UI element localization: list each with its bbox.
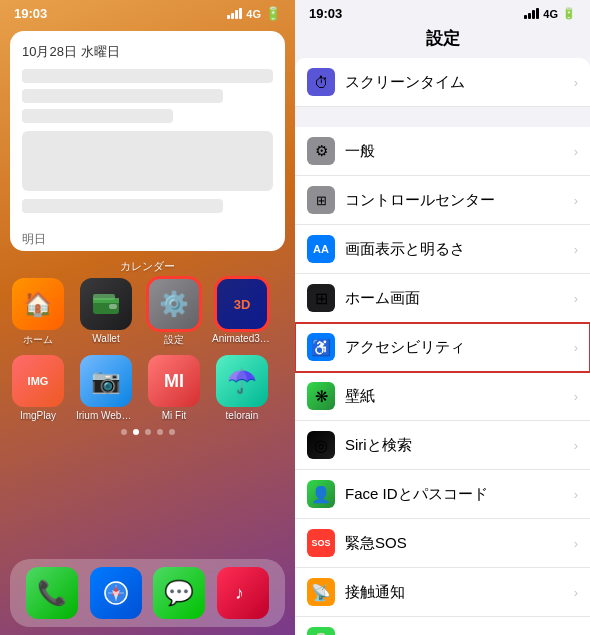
battery-icon-left: 🔋 bbox=[265, 6, 281, 21]
settings-group-1: ⏱ スクリーンタイム › bbox=[295, 58, 590, 107]
settings-item-display[interactable]: AA 画面表示と明るさ › bbox=[295, 225, 590, 274]
imgplay-icon[interactable]: IMG bbox=[12, 355, 64, 407]
signal-bars-right bbox=[524, 8, 539, 19]
calendar-widget: 10月28日 水曜日 明日 bbox=[10, 31, 285, 251]
settings-item-siri[interactable]: ◎ Siriと検索 › bbox=[295, 421, 590, 470]
status-icons-left: 4G 🔋 bbox=[227, 6, 281, 21]
dot-5 bbox=[169, 429, 175, 435]
wallpaper-text: 壁紙 bbox=[345, 387, 570, 406]
status-bar-right: 19:03 4G 🔋 bbox=[295, 0, 590, 23]
tomorrow-label: 明日 bbox=[22, 231, 273, 248]
app-imgplay[interactable]: IMG ImgPlay bbox=[8, 355, 68, 421]
siri-text: Siriと検索 bbox=[345, 436, 570, 455]
app-settings[interactable]: ⚙️ 設定 bbox=[144, 278, 204, 347]
telorain-label: telorain bbox=[226, 410, 259, 421]
dock-messages-icon[interactable]: 💬 bbox=[153, 567, 205, 619]
home-screen-panel: 19:03 4G 🔋 10月28日 水曜日 明日 カレンダー 🏠 ホーム bbox=[0, 0, 295, 635]
settings-item-wallpaper[interactable]: ❋ 壁紙 › bbox=[295, 372, 590, 421]
display-icon: AA bbox=[307, 235, 335, 263]
page-dots bbox=[0, 429, 295, 435]
app-telorain[interactable]: ☂️ telorain bbox=[212, 355, 272, 421]
battery-icon-right: 🔋 bbox=[562, 7, 576, 20]
app-mifit[interactable]: MI Mi Fit bbox=[144, 355, 204, 421]
mifit-icon[interactable]: MI bbox=[148, 355, 200, 407]
widget-date: 10月28日 水曜日 bbox=[22, 43, 273, 61]
general-text: 一般 bbox=[345, 142, 570, 161]
home-screen-icon: ⊞ bbox=[307, 284, 335, 312]
home-icon[interactable]: 🏠 bbox=[12, 278, 64, 330]
screen-time-icon: ⏱ bbox=[307, 68, 335, 96]
telorain-icon[interactable]: ☂️ bbox=[216, 355, 268, 407]
app-wallet[interactable]: Wallet bbox=[76, 278, 136, 347]
siri-chevron: › bbox=[574, 438, 578, 453]
settings-item-accessibility[interactable]: ♿ アクセシビリティ › bbox=[295, 323, 590, 372]
contact-text: 接触通知 bbox=[345, 583, 570, 602]
app-home[interactable]: 🏠 ホーム bbox=[8, 278, 68, 347]
home-label: ホーム bbox=[23, 333, 53, 347]
settings-item-general[interactable]: ⚙ 一般 › bbox=[295, 127, 590, 176]
bar4 bbox=[239, 8, 242, 19]
display-chevron: › bbox=[574, 242, 578, 257]
signal-bars bbox=[227, 8, 242, 19]
accessibility-icon: ♿ bbox=[307, 333, 335, 361]
dock: 📞 💬 ♪ bbox=[10, 559, 285, 627]
general-chevron: › bbox=[574, 144, 578, 159]
wallet-icon[interactable] bbox=[80, 278, 132, 330]
wallet-label: Wallet bbox=[92, 333, 119, 344]
faceid-chevron: › bbox=[574, 487, 578, 502]
blur-row-2 bbox=[22, 89, 223, 103]
settings-title: 設定 bbox=[295, 23, 590, 58]
irium-label: Irium Webcam bbox=[76, 410, 136, 421]
spacer-1 bbox=[295, 107, 590, 127]
settings-item-control-center[interactable]: ⊞ コントロールセンター › bbox=[295, 176, 590, 225]
settings-icon[interactable]: ⚙️ bbox=[148, 278, 200, 330]
dock-phone-icon[interactable]: 📞 bbox=[26, 567, 78, 619]
faceid-text: Face IDとパスコード bbox=[345, 485, 570, 504]
settings-list: ⏱ スクリーンタイム › ⚙ 一般 › ⊞ コントロールセンター › AA 画面… bbox=[295, 58, 590, 635]
app-irium[interactable]: 📷 Irium Webcam bbox=[76, 355, 136, 421]
app-grid-row2: IMG ImgPlay 📷 Irium Webcam MI Mi Fit ☂️ … bbox=[0, 355, 295, 421]
battery-text: バッテリー bbox=[345, 632, 570, 636]
svg-text:♪: ♪ bbox=[235, 583, 244, 603]
contact-icon: 📡 bbox=[307, 578, 335, 606]
dot-1 bbox=[121, 429, 127, 435]
animated3dk-icon[interactable]: 3D bbox=[216, 278, 268, 330]
settings-item-contact[interactable]: 📡 接触通知 › bbox=[295, 568, 590, 617]
app-grid-row1: 🏠 ホーム Wallet ⚙️ 設定 bbox=[0, 278, 295, 351]
dot-4 bbox=[157, 429, 163, 435]
contact-chevron: › bbox=[574, 585, 578, 600]
rbar2 bbox=[528, 13, 531, 19]
settings-item-sos[interactable]: SOS 緊急SOS › bbox=[295, 519, 590, 568]
dock-music-icon[interactable]: ♪ bbox=[217, 567, 269, 619]
screen-time-text: スクリーンタイム bbox=[345, 73, 570, 92]
settings-item-screen-time[interactable]: ⏱ スクリーンタイム › bbox=[295, 58, 590, 107]
rbar4 bbox=[536, 8, 539, 19]
status-bar-left: 19:03 4G 🔋 bbox=[0, 0, 295, 23]
display-text: 画面表示と明るさ bbox=[345, 240, 570, 259]
blur-block bbox=[22, 131, 273, 191]
irium-icon[interactable]: 📷 bbox=[80, 355, 132, 407]
rbar3 bbox=[532, 10, 535, 19]
network-type-right: 4G bbox=[543, 8, 558, 20]
imgplay-label: ImgPlay bbox=[20, 410, 56, 421]
sos-icon: SOS bbox=[307, 529, 335, 557]
accessibility-chevron: › bbox=[574, 340, 578, 355]
settings-item-battery[interactable]: 🔋 バッテリー › bbox=[295, 617, 590, 635]
control-center-chevron: › bbox=[574, 193, 578, 208]
dot-3 bbox=[145, 429, 151, 435]
settings-item-faceid[interactable]: 👤 Face IDとパスコード › bbox=[295, 470, 590, 519]
mifit-label: Mi Fit bbox=[162, 410, 186, 421]
wallpaper-icon: ❋ bbox=[307, 382, 335, 410]
settings-label: 設定 bbox=[164, 333, 184, 347]
settings-item-home-screen[interactable]: ⊞ ホーム画面 › bbox=[295, 274, 590, 323]
blur-row-1 bbox=[22, 69, 273, 83]
wallpaper-chevron: › bbox=[574, 389, 578, 404]
dock-safari-icon[interactable] bbox=[90, 567, 142, 619]
svg-rect-2 bbox=[109, 304, 117, 309]
settings-group-2: ⚙ 一般 › ⊞ コントロールセンター › AA 画面表示と明るさ › ⊞ ホー… bbox=[295, 127, 590, 635]
app-animated3dk[interactable]: 3D Animated3DK... bbox=[212, 278, 272, 347]
general-icon: ⚙ bbox=[307, 137, 335, 165]
home-screen-chevron: › bbox=[574, 291, 578, 306]
calendar-label: カレンダー bbox=[0, 259, 295, 274]
sos-chevron: › bbox=[574, 536, 578, 551]
